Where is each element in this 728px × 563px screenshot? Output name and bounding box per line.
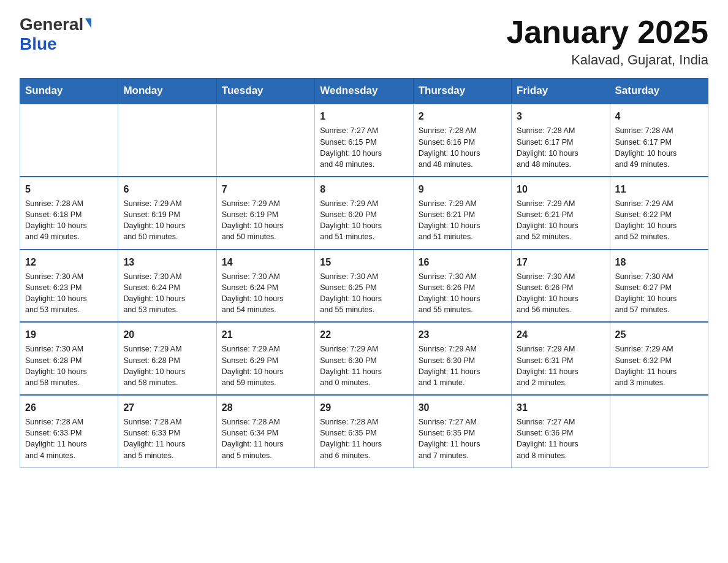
- day-info: Sunrise: 7:30 AM Sunset: 6:25 PM Dayligh…: [320, 272, 382, 314]
- calendar-cell: 26Sunrise: 7:28 AM Sunset: 6:33 PM Dayli…: [20, 395, 118, 467]
- day-number: 20: [123, 327, 211, 342]
- weekday-header-friday: Friday: [512, 79, 610, 104]
- weekday-header-tuesday: Tuesday: [216, 79, 314, 104]
- day-number: 16: [419, 255, 506, 269]
- day-number: 29: [320, 400, 408, 415]
- day-info: Sunrise: 7:30 AM Sunset: 6:26 PM Dayligh…: [419, 272, 480, 314]
- day-info: Sunrise: 7:30 AM Sunset: 6:23 PM Dayligh…: [25, 272, 87, 314]
- day-number: 26: [25, 400, 113, 415]
- calendar-week-row: 12Sunrise: 7:30 AM Sunset: 6:23 PM Dayli…: [20, 250, 708, 323]
- day-info: Sunrise: 7:28 AM Sunset: 6:16 PM Dayligh…: [419, 126, 480, 168]
- day-number: 10: [517, 182, 604, 196]
- day-info: Sunrise: 7:28 AM Sunset: 6:34 PM Dayligh…: [222, 418, 284, 459]
- calendar-week-row: 19Sunrise: 7:30 AM Sunset: 6:28 PM Dayli…: [20, 322, 708, 395]
- day-info: Sunrise: 7:29 AM Sunset: 6:28 PM Dayligh…: [123, 345, 185, 386]
- calendar-cell: 10Sunrise: 7:29 AM Sunset: 6:21 PM Dayli…: [512, 177, 610, 250]
- day-info: Sunrise: 7:29 AM Sunset: 6:21 PM Dayligh…: [517, 199, 578, 241]
- day-number: 9: [419, 182, 506, 196]
- day-info: Sunrise: 7:30 AM Sunset: 6:24 PM Dayligh…: [222, 272, 284, 314]
- day-number: 8: [320, 182, 408, 196]
- day-info: Sunrise: 7:30 AM Sunset: 6:27 PM Dayligh…: [615, 272, 677, 314]
- calendar-cell: 16Sunrise: 7:30 AM Sunset: 6:26 PM Dayli…: [413, 250, 511, 323]
- location-subtitle: Kalavad, Gujarat, India: [506, 52, 708, 68]
- calendar-cell: [216, 104, 314, 177]
- calendar-cell: 15Sunrise: 7:30 AM Sunset: 6:25 PM Dayli…: [315, 250, 413, 323]
- day-info: Sunrise: 7:27 AM Sunset: 6:36 PM Dayligh…: [517, 418, 578, 459]
- calendar-cell: 24Sunrise: 7:29 AM Sunset: 6:31 PM Dayli…: [512, 322, 610, 395]
- day-number: 13: [123, 255, 211, 269]
- calendar-cell: 4Sunrise: 7:28 AM Sunset: 6:17 PM Daylig…: [610, 104, 708, 177]
- logo-triangle-icon: [85, 18, 91, 28]
- day-number: 23: [419, 327, 506, 342]
- day-number: 24: [517, 327, 604, 342]
- day-info: Sunrise: 7:29 AM Sunset: 6:21 PM Dayligh…: [419, 199, 480, 241]
- calendar-cell: 7Sunrise: 7:29 AM Sunset: 6:19 PM Daylig…: [216, 177, 314, 250]
- calendar-cell: 29Sunrise: 7:28 AM Sunset: 6:35 PM Dayli…: [315, 395, 413, 467]
- day-number: 25: [615, 327, 703, 342]
- day-info: Sunrise: 7:27 AM Sunset: 6:35 PM Dayligh…: [419, 418, 480, 459]
- calendar-week-row: 26Sunrise: 7:28 AM Sunset: 6:33 PM Dayli…: [20, 395, 708, 467]
- day-info: Sunrise: 7:29 AM Sunset: 6:19 PM Dayligh…: [123, 199, 185, 241]
- logo-blue-text: Blue: [20, 34, 57, 53]
- day-number: 6: [123, 182, 211, 196]
- calendar-cell: 2Sunrise: 7:28 AM Sunset: 6:16 PM Daylig…: [413, 104, 511, 177]
- day-info: Sunrise: 7:30 AM Sunset: 6:24 PM Dayligh…: [123, 272, 185, 314]
- weekday-header-wednesday: Wednesday: [315, 79, 413, 104]
- calendar-cell: 21Sunrise: 7:29 AM Sunset: 6:29 PM Dayli…: [216, 322, 314, 395]
- day-number: 15: [320, 255, 408, 269]
- day-info: Sunrise: 7:29 AM Sunset: 6:30 PM Dayligh…: [419, 345, 480, 386]
- calendar-cell: 11Sunrise: 7:29 AM Sunset: 6:22 PM Dayli…: [610, 177, 708, 250]
- weekday-header-saturday: Saturday: [610, 79, 708, 104]
- day-number: 5: [25, 182, 113, 196]
- calendar-cell: 1Sunrise: 7:27 AM Sunset: 6:15 PM Daylig…: [315, 104, 413, 177]
- day-number: 31: [517, 400, 604, 415]
- title-area: January 2025 Kalavad, Gujarat, India: [506, 15, 708, 68]
- calendar-cell: [118, 104, 216, 177]
- calendar-week-row: 5Sunrise: 7:28 AM Sunset: 6:18 PM Daylig…: [20, 177, 708, 250]
- day-info: Sunrise: 7:30 AM Sunset: 6:28 PM Dayligh…: [25, 345, 87, 386]
- weekday-header-thursday: Thursday: [413, 79, 511, 104]
- weekday-header-sunday: Sunday: [20, 79, 118, 104]
- calendar-table: SundayMondayTuesdayWednesdayThursdayFrid…: [20, 78, 708, 467]
- day-number: 17: [517, 255, 604, 269]
- calendar-cell: 13Sunrise: 7:30 AM Sunset: 6:24 PM Dayli…: [118, 250, 216, 323]
- calendar-cell: 31Sunrise: 7:27 AM Sunset: 6:36 PM Dayli…: [512, 395, 610, 467]
- calendar-cell: 3Sunrise: 7:28 AM Sunset: 6:17 PM Daylig…: [512, 104, 610, 177]
- day-info: Sunrise: 7:28 AM Sunset: 6:35 PM Dayligh…: [320, 418, 382, 459]
- calendar-cell: 25Sunrise: 7:29 AM Sunset: 6:32 PM Dayli…: [610, 322, 708, 395]
- page-header: General Blue January 2025 Kalavad, Gujar…: [20, 15, 708, 68]
- day-info: Sunrise: 7:28 AM Sunset: 6:17 PM Dayligh…: [615, 126, 677, 168]
- day-info: Sunrise: 7:29 AM Sunset: 6:30 PM Dayligh…: [320, 345, 382, 386]
- calendar-cell: 17Sunrise: 7:30 AM Sunset: 6:26 PM Dayli…: [512, 250, 610, 323]
- day-info: Sunrise: 7:28 AM Sunset: 6:33 PM Dayligh…: [25, 418, 87, 459]
- day-info: Sunrise: 7:27 AM Sunset: 6:15 PM Dayligh…: [320, 126, 382, 168]
- calendar-cell: [20, 104, 118, 177]
- day-info: Sunrise: 7:29 AM Sunset: 6:29 PM Dayligh…: [222, 345, 284, 386]
- day-info: Sunrise: 7:29 AM Sunset: 6:31 PM Dayligh…: [517, 345, 578, 386]
- calendar-cell: 9Sunrise: 7:29 AM Sunset: 6:21 PM Daylig…: [413, 177, 511, 250]
- day-number: 14: [222, 255, 309, 269]
- day-info: Sunrise: 7:29 AM Sunset: 6:22 PM Dayligh…: [615, 199, 677, 241]
- calendar-cell: 20Sunrise: 7:29 AM Sunset: 6:28 PM Dayli…: [118, 322, 216, 395]
- calendar-cell: 14Sunrise: 7:30 AM Sunset: 6:24 PM Dayli…: [216, 250, 314, 323]
- calendar-cell: 30Sunrise: 7:27 AM Sunset: 6:35 PM Dayli…: [413, 395, 511, 467]
- day-number: 1: [320, 109, 408, 123]
- day-number: 2: [419, 109, 506, 123]
- day-number: 7: [222, 182, 309, 196]
- day-info: Sunrise: 7:28 AM Sunset: 6:18 PM Dayligh…: [25, 199, 87, 241]
- calendar-cell: 22Sunrise: 7:29 AM Sunset: 6:30 PM Dayli…: [315, 322, 413, 395]
- day-number: 12: [25, 255, 113, 269]
- day-number: 18: [615, 255, 703, 269]
- weekday-header-monday: Monday: [118, 79, 216, 104]
- day-info: Sunrise: 7:29 AM Sunset: 6:32 PM Dayligh…: [615, 345, 677, 386]
- calendar-cell: 18Sunrise: 7:30 AM Sunset: 6:27 PM Dayli…: [610, 250, 708, 323]
- day-number: 27: [123, 400, 211, 415]
- day-number: 19: [25, 327, 113, 342]
- calendar-week-row: 1Sunrise: 7:27 AM Sunset: 6:15 PM Daylig…: [20, 104, 708, 177]
- day-info: Sunrise: 7:30 AM Sunset: 6:26 PM Dayligh…: [517, 272, 578, 314]
- day-number: 22: [320, 327, 408, 342]
- day-number: 11: [615, 182, 703, 196]
- day-number: 21: [222, 327, 309, 342]
- calendar-cell: [610, 395, 708, 467]
- month-title: January 2025: [506, 15, 708, 50]
